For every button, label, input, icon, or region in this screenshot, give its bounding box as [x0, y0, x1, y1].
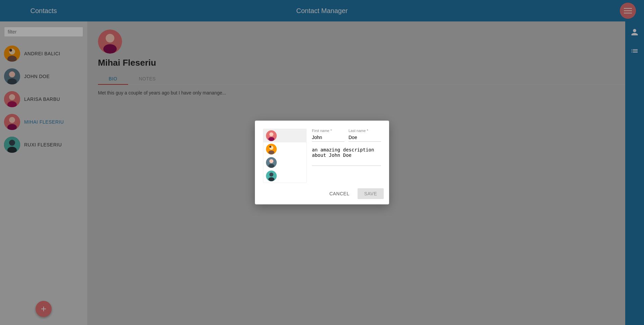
description-input[interactable]: an amazing description about John Doe [312, 146, 381, 166]
save-button[interactable]: SAVE [358, 188, 384, 199]
dialog-body: First name * Last name * an amazing desc… [255, 121, 389, 183]
svg-point-31 [268, 164, 274, 168]
svg-point-34 [268, 177, 274, 181]
edit-contact-dialog: First name * Last name * an amazing desc… [255, 121, 389, 204]
avatar-option-3[interactable] [263, 156, 306, 169]
avatar-option-2[interactable] [263, 142, 306, 156]
avatar-picker [263, 129, 307, 183]
svg-point-23 [269, 132, 273, 136]
avatar-svg-4 [266, 171, 277, 181]
avatar-option-4[interactable] [263, 169, 306, 183]
avatar-svg-1 [266, 130, 277, 141]
form-fields: First name * Last name * an amazing desc… [312, 129, 381, 183]
description-group: an amazing description about John Doe [312, 146, 381, 172]
cancel-button[interactable]: CANCEL [324, 188, 355, 199]
avatar-svg-3 [266, 157, 277, 168]
svg-point-24 [268, 137, 274, 141]
last-name-input[interactable] [348, 133, 381, 142]
svg-point-33 [269, 173, 273, 177]
last-name-group: Last name * [348, 129, 381, 142]
dialog-actions: CANCEL SAVE [255, 183, 389, 204]
first-name-group: First name * [312, 129, 344, 142]
first-name-input[interactable] [312, 133, 344, 142]
svg-point-30 [269, 159, 273, 163]
svg-point-28 [269, 146, 271, 148]
avatar-svg-2 [266, 144, 277, 154]
dialog-overlay: First name * Last name * an amazing desc… [0, 0, 644, 325]
first-name-label: First name * [312, 129, 344, 133]
avatar-option-1[interactable] [263, 129, 306, 142]
last-name-label: Last name * [348, 129, 381, 133]
svg-point-27 [268, 150, 274, 154]
name-row: First name * Last name * [312, 129, 381, 142]
